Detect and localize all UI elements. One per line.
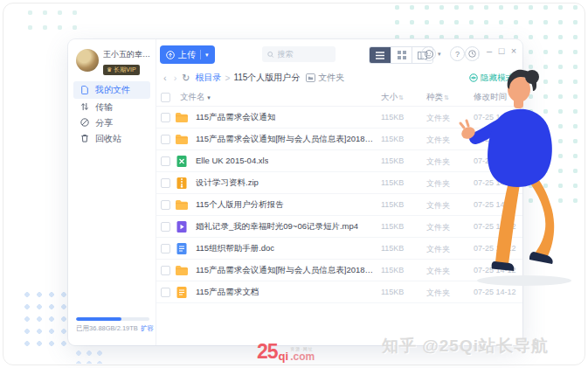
file-type-icon [175,220,189,233]
file-type-icon [175,242,189,255]
file-kind: 文件夹 [426,135,450,146]
grid-view-icon [398,51,406,59]
back-button[interactable]: ‹ [160,73,170,83]
file-name[interactable]: 设计学习资料.zip [196,177,259,189]
close-button[interactable]: × [508,45,520,56]
file-kind: 文件夹 [426,178,450,190]
row-checkbox[interactable] [161,156,170,166]
expand-storage-link[interactable]: 扩容 [141,324,154,332]
account-caret-icon: ▾ [438,51,441,58]
person-illustration [456,68,583,288]
sidebar-item-label: 我的文件 [95,84,130,96]
file-type-icon [175,155,189,168]
file-size: 115KB [381,200,404,209]
file-name[interactable]: 115产品需求文档 [196,287,259,298]
search-icon [267,51,274,59]
file-name[interactable]: 婚礼记录_我的幸福时光09~06记录短片.mp4 [196,221,358,233]
storage-progress-fill [76,317,121,321]
folder-type-chip: 文件夹 [306,72,344,84]
file-name[interactable]: 115个人版用户分析报告 [196,199,284,211]
file-size: 115KB [381,178,404,187]
breadcrumb-current[interactable]: 115个人版用户分 [233,72,300,84]
file-name[interactable]: 115产品需求会议通知[附与会人员信息表]2018.19.15 [196,265,375,276]
file-type-icon [175,177,189,190]
select-all-checkbox[interactable] [161,93,170,102]
file-kind: 文件夹 [426,288,450,299]
grid-view-button[interactable] [391,47,412,63]
forward-button[interactable]: › [170,73,181,83]
column-header-name[interactable]: 文件名 ▾ [180,92,211,103]
dot-pattern-bottom-left [21,288,72,346]
file-kind: 文件夹 [426,156,450,168]
file-name[interactable]: 115产品需求会议通知 [196,112,275,123]
file-kind: 文件夹 [426,113,450,124]
sort-caret-icon: ▾ [207,94,211,101]
list-view-icon [376,52,384,59]
maximize-button[interactable]: □ [495,45,508,56]
file-type-icon [175,111,189,124]
row-checkbox[interactable] [161,178,170,188]
trash-icon [80,134,89,143]
sidebar-item-label: 分享 [95,117,113,129]
file-kind: 文件夹 [426,244,450,255]
size-sort-icon: ⇅ [398,94,404,101]
file-size: 115KB [381,244,404,253]
file-name[interactable]: 115组织帮助手册.doc [196,243,274,254]
help-icon: ? [455,50,460,59]
crown-icon: ♛ [107,66,112,74]
row-checkbox[interactable] [161,113,170,122]
breadcrumb-root[interactable]: 根目录 [196,72,222,84]
file-icon [80,86,89,95]
minimize-button[interactable]: – [483,45,495,56]
refresh-button[interactable]: ↻ [182,73,190,84]
upload-icon [166,51,175,59]
kind-sort-icon: ⇅ [444,94,449,101]
file-type-icon [175,286,189,299]
row-checkbox[interactable] [161,288,170,297]
logo-qi: qi [279,351,289,362]
user-profile[interactable]: 王小五的幸福生活... ♛长期VIP [76,49,157,75]
breadcrumb-separator: > [225,73,231,83]
watermark-logo: 25 qi 资源·网址 .com [257,342,315,362]
help-button[interactable]: ? [450,46,465,61]
row-checkbox[interactable] [161,135,170,144]
share-icon [80,118,89,128]
file-name[interactable]: 115产品需求会议通知[附与会人员信息表]2018.19.15 [196,134,375,145]
watermark-credit: 知乎 @25Qi站长导航 [382,335,549,358]
sidebar-item-share[interactable]: 分享 [73,115,150,130]
row-checkbox[interactable] [161,244,170,253]
sidebar-nav: 我的文件传输分享回收站 [68,81,156,147]
storage-progress [76,317,149,321]
file-kind: 文件夹 [426,222,450,233]
toolbar-separator [478,50,479,59]
file-type-icon [175,133,189,146]
app-window: 王小五的幸福生活... ♛长期VIP 我的文件传输分享回收站 已用36.88GB… [68,39,522,345]
upload-button[interactable]: 上传 ▾ [160,45,215,64]
storage-used-label: 已用36.88GB/2.19TB [76,324,138,332]
sidebar-item-trash[interactable]: 回收站 [73,131,150,146]
dot-pattern-bottom-small [73,348,105,364]
sidebar-item-transfer[interactable]: 传输 [73,100,150,115]
search-box[interactable] [262,46,336,62]
clock-icon [468,50,476,58]
row-checkbox[interactable] [161,200,170,210]
avatar[interactable] [76,49,99,72]
search-input[interactable] [278,50,330,59]
logo-25: 25 [257,342,278,362]
sidebar-item-label: 传输 [95,101,113,114]
row-checkbox[interactable] [161,266,170,275]
file-size: 115KB [381,135,404,143]
file-name[interactable]: Elle UK 2015-04.xls [196,156,268,165]
upload-caret-icon[interactable]: ▾ [205,52,209,59]
file-kind: 文件夹 [426,200,450,212]
account-menu[interactable]: ▾ [421,46,441,61]
account-icon [421,46,436,61]
folder-chip-icon [306,73,315,82]
row-checkbox[interactable] [161,222,170,232]
upload-divider [200,50,201,59]
sidebar-item-file[interactable]: 我的文件 [73,81,150,99]
upload-label: 上传 [178,49,196,61]
list-view-button[interactable] [370,47,391,63]
column-header-kind[interactable]: 种类⇅ [426,92,449,103]
column-header-size[interactable]: 大小⇅ [381,92,404,103]
